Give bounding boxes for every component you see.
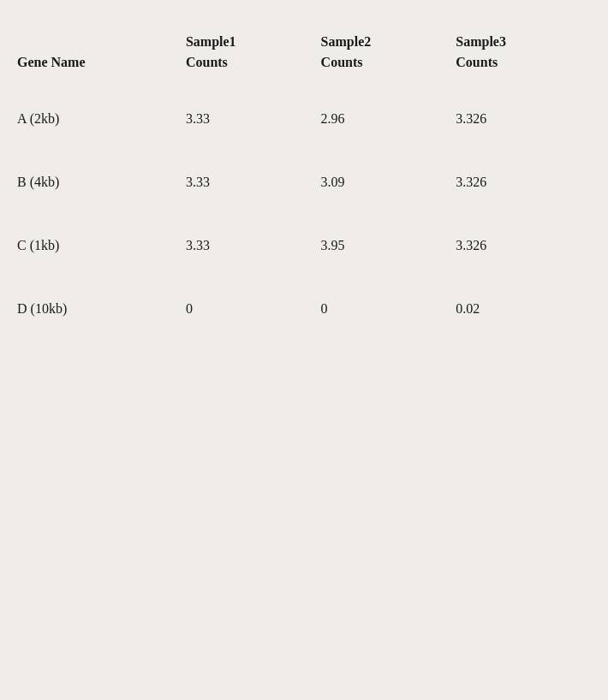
sample3-count-cell: 3.326 [456, 151, 591, 214]
sample3-count-cell: 0.02 [456, 277, 591, 341]
sample2-count-cell: 3.95 [321, 214, 456, 277]
sample1-header: Sample1 [186, 26, 321, 50]
sample3-header: Sample3 [456, 26, 591, 50]
table-row: D (10kb)000.02 [17, 277, 591, 341]
gene-name-cell: D (10kb) [17, 277, 186, 341]
sample3-count-cell: 3.326 [456, 87, 591, 151]
sample3-counts-header: Counts [456, 50, 591, 87]
gene-name-cell: C (1kb) [17, 214, 186, 277]
table-row: B (4kb)3.333.093.326 [17, 151, 591, 214]
sample2-count-cell: 0 [321, 277, 456, 341]
sample1-count-cell: 3.33 [186, 87, 321, 151]
sample2-count-cell: 2.96 [321, 87, 456, 151]
table-body: A (2kb)3.332.963.326B (4kb)3.333.093.326… [17, 87, 591, 341]
sample-header-row: Sample1 Sample2 Sample3 [17, 26, 591, 50]
sample1-count-cell: 3.33 [186, 214, 321, 277]
gene-name-cell: A (2kb) [17, 87, 186, 151]
sample3-count-cell: 3.326 [456, 214, 591, 277]
gene-counts-header-row: Gene Name Counts Counts Counts [17, 50, 591, 87]
sample1-count-cell: 3.33 [186, 151, 321, 214]
sample2-count-cell: 3.09 [321, 151, 456, 214]
table-container: Sample1 Sample2 Sample3 Gene Name Counts… [0, 0, 608, 375]
gene-name-cell: B (4kb) [17, 151, 186, 214]
gene-name-header-spacer [17, 26, 186, 50]
table-row: A (2kb)3.332.963.326 [17, 87, 591, 151]
sample2-header: Sample2 [321, 26, 456, 50]
sample1-count-cell: 0 [186, 277, 321, 341]
gene-name-header: Gene Name [17, 50, 186, 87]
table-row: C (1kb)3.333.953.326 [17, 214, 591, 277]
sample1-counts-header: Counts [186, 50, 321, 87]
data-table: Sample1 Sample2 Sample3 Gene Name Counts… [17, 26, 591, 341]
sample2-counts-header: Counts [321, 50, 456, 87]
